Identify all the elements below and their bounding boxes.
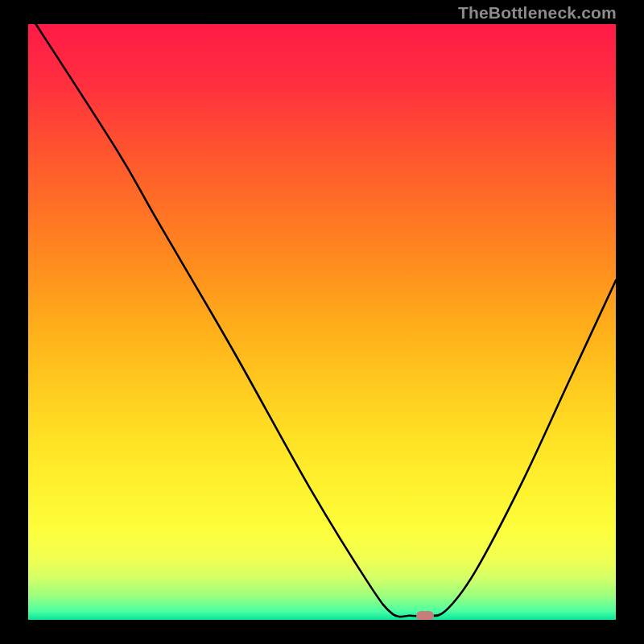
- selected-point-marker: [416, 611, 434, 620]
- watermark-text: TheBottleneck.com: [458, 3, 617, 23]
- bottleneck-curve: [28, 24, 616, 620]
- plot-area: [28, 24, 616, 620]
- chart-frame: TheBottleneck.com: [0, 0, 644, 644]
